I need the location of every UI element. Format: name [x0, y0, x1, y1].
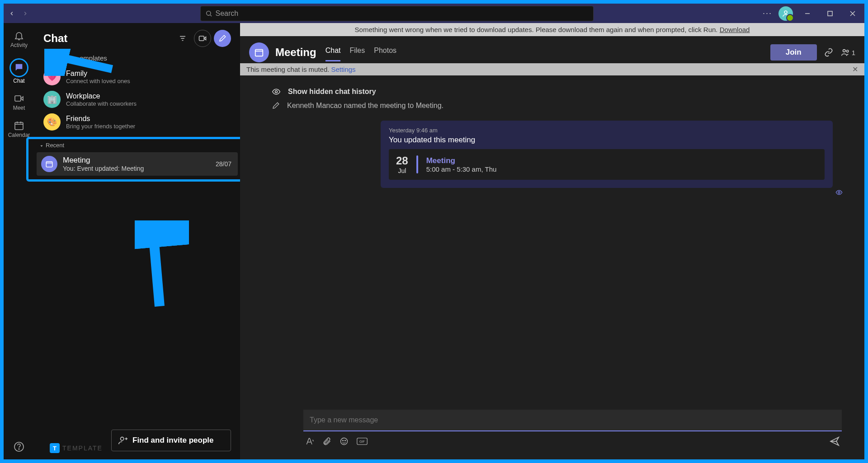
title-bar: Search ···: [4, 4, 864, 23]
calendar-icon: [14, 120, 24, 131]
mute-bar: This meeting chat is muted. Settings ✕: [240, 63, 864, 75]
svg-marker-20: [41, 145, 43, 146]
window-minimize-button[interactable]: [799, 5, 816, 22]
svg-rect-18: [199, 36, 204, 41]
template-sub: Connect with loved ones: [66, 78, 130, 84]
rail-chat[interactable]: Chat: [4, 55, 34, 87]
watermark: TTEMPLATE: [50, 443, 103, 453]
show-hidden-history[interactable]: Show hidden chat history: [267, 84, 837, 99]
recent-highlight-box: Recent Meeting You: Event updated: Meeti…: [26, 137, 243, 182]
template-title: Family: [66, 70, 130, 78]
rename-event: Kenneth Mancao named the meeting to Meet…: [267, 99, 837, 112]
chevron-down-icon: [39, 144, 44, 148]
svg-rect-9: [15, 122, 23, 130]
svg-point-23: [121, 437, 124, 440]
svg-rect-21: [46, 162, 52, 167]
rail-meet-label: Meet: [13, 105, 25, 111]
copy-link-button[interactable]: [824, 48, 833, 57]
compose-icon: [218, 34, 226, 42]
svg-rect-26: [255, 50, 263, 56]
svg-rect-7: [15, 96, 21, 101]
template-family[interactable]: 💗 FamilyConnect with loved ones: [34, 65, 240, 88]
filter-icon: [179, 34, 187, 42]
rail-help[interactable]: [4, 439, 34, 456]
join-button[interactable]: Join: [770, 44, 817, 61]
eye-icon: [272, 87, 281, 96]
templates-section-label: emplates: [34, 54, 240, 65]
svg-point-35: [345, 440, 346, 441]
meeting-avatar-small: [41, 156, 57, 172]
workplace-icon: 🏢: [43, 91, 61, 108]
svg-line-1: [211, 15, 212, 16]
pencil-icon: [272, 102, 280, 110]
template-friends[interactable]: 🎨 FriendsBring your friends together: [34, 111, 240, 133]
mute-settings-link[interactable]: Settings: [331, 65, 355, 73]
svg-point-34: [343, 440, 344, 441]
svg-point-0: [207, 11, 211, 15]
invite-people-button[interactable]: Find and invite people: [111, 430, 231, 451]
panel-title: Chat: [43, 32, 171, 45]
card-meeting-name: Meeting: [426, 156, 497, 165]
read-receipt-icon: [835, 189, 843, 198]
recent-header[interactable]: Recent: [37, 140, 238, 150]
svg-point-2: [784, 11, 787, 14]
svg-point-14: [19, 449, 19, 449]
card-timestamp: Yesterday 9:46 am: [389, 127, 825, 134]
filter-button[interactable]: [174, 30, 191, 47]
gif-icon[interactable]: GIF: [357, 437, 368, 446]
link-icon: [824, 48, 833, 57]
recent-date: 28/07: [216, 160, 231, 168]
recent-title: Meeting: [63, 156, 216, 165]
send-button[interactable]: [829, 436, 840, 447]
people-icon: [840, 47, 850, 57]
chat-main: Something went wrong when we tried to do…: [240, 23, 864, 459]
template-sub: Bring your friends together: [66, 123, 135, 130]
tab-files[interactable]: Files: [349, 44, 365, 61]
attach-icon[interactable]: [322, 437, 331, 446]
people-button[interactable]: 1: [840, 47, 855, 57]
meeting-update-card[interactable]: Yesterday 9:46 am You updated this meeti…: [381, 121, 833, 188]
nav-forward-button[interactable]: [19, 7, 32, 20]
window-close-button[interactable]: [844, 5, 861, 22]
rail-chat-label: Chat: [13, 78, 24, 84]
template-workplace[interactable]: 🏢 WorkplaceCollaborate with coworkers: [34, 88, 240, 111]
recent-sub: You: Event updated: Meeting: [63, 165, 216, 172]
new-chat-button[interactable]: [214, 30, 231, 47]
card-title: You updated this meeting: [389, 136, 825, 145]
svg-rect-4: [828, 11, 832, 16]
chat-header: Meeting Chat Files Photos Join 1: [240, 36, 864, 62]
more-button[interactable]: ···: [763, 9, 772, 18]
mute-close-button[interactable]: ✕: [852, 65, 858, 74]
svg-point-29: [846, 50, 849, 52]
rail-activity-label: Activity: [10, 42, 28, 48]
chat-icon: [14, 62, 24, 72]
svg-point-31: [838, 192, 840, 193]
svg-text:GIF: GIF: [359, 440, 365, 444]
meet-now-button[interactable]: [194, 30, 211, 47]
recent-chat-meeting[interactable]: Meeting You: Event updated: Meeting 28/0…: [37, 152, 238, 176]
nav-back-button[interactable]: [5, 7, 18, 20]
window-maximize-button[interactable]: [822, 5, 838, 22]
svg-point-30: [275, 91, 278, 93]
card-date: 28 Jul: [396, 154, 408, 174]
rail-meet[interactable]: Meet: [4, 90, 34, 114]
meeting-avatar: [249, 42, 269, 62]
accent-divider: [416, 155, 418, 173]
template-sub: Collaborate with coworkers: [66, 100, 137, 107]
add-person-icon: [118, 435, 128, 445]
update-banner: Something went wrong when we tried to do…: [240, 23, 864, 36]
download-link[interactable]: Download: [720, 26, 750, 33]
search-input[interactable]: Search: [200, 6, 594, 21]
calendar-icon: [254, 47, 264, 57]
profile-avatar[interactable]: [778, 6, 793, 21]
tab-photos[interactable]: Photos: [374, 44, 396, 61]
emoji-icon[interactable]: [340, 437, 349, 446]
calendar-icon: [45, 160, 53, 168]
rail-activity[interactable]: Activity: [4, 28, 34, 51]
video-icon: [198, 34, 207, 43]
template-title: Workplace: [66, 92, 137, 100]
svg-point-28: [843, 50, 845, 52]
message-input[interactable]: [303, 410, 842, 431]
format-icon[interactable]: [305, 437, 314, 446]
tab-chat[interactable]: Chat: [326, 44, 341, 61]
